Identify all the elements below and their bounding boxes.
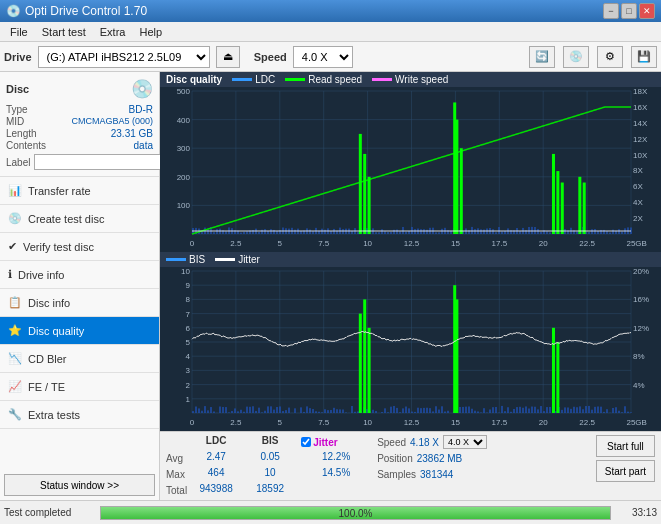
close-button[interactable]: ✕ — [639, 3, 655, 19]
start-part-button[interactable]: Start part — [596, 460, 655, 482]
disc-quality-icon: ⭐ — [8, 324, 22, 337]
speed-select-stats[interactable]: 4.0 X — [443, 435, 487, 449]
speed-label: Speed — [254, 51, 287, 63]
content-area: Disc quality LDC Read speed Write speed … — [160, 72, 661, 500]
disc-contents-row: Contents data — [6, 140, 153, 151]
position-value: 23862 MB — [417, 453, 463, 464]
jitter-max: 14.5% — [301, 467, 371, 481]
titlebar-title: 💿 Opti Drive Control 1.70 — [6, 4, 147, 18]
time-text: 33:13 — [617, 507, 657, 518]
drive-label: Drive — [4, 51, 32, 63]
sidebar-item-fe-te[interactable]: 📈 FE / TE — [0, 373, 159, 401]
label-key: Label — [6, 157, 30, 168]
disc-mid-row: MID CMCMAGBA5 (000) — [6, 116, 153, 127]
length-value: 23.31 GB — [111, 128, 153, 139]
label-input[interactable] — [34, 154, 167, 170]
jitter-checkbox[interactable] — [301, 437, 311, 447]
maximize-button[interactable]: □ — [621, 3, 637, 19]
start-full-button[interactable]: Start full — [596, 435, 655, 457]
speed-select[interactable]: 4.0 X 2.0 X 8.0 X — [293, 46, 353, 68]
extra-tests-label: Extra tests — [28, 409, 80, 421]
jitter-avg: 12.2% — [301, 451, 371, 465]
sidebar-item-extra-tests[interactable]: 🔧 Extra tests — [0, 401, 159, 429]
extra-tests-icon: 🔧 — [8, 408, 22, 421]
stats-table: H Avg Max Total LDC 2.47 464 943988 BIS … — [166, 435, 295, 497]
ldc-max: 464 — [191, 467, 241, 481]
samples-row: Samples 381344 — [377, 467, 487, 481]
status-window-button[interactable]: Status window >> — [4, 474, 155, 496]
verify-test-disc-icon: ✔ — [8, 240, 17, 253]
menu-file[interactable]: File — [4, 25, 34, 39]
ldc-total: 943988 — [191, 483, 241, 497]
status-text: Test completed — [4, 507, 94, 518]
max-label: Max — [166, 467, 187, 481]
jitter-col: Jitter 12.2% 14.5% — [301, 435, 371, 481]
bottom-chart-canvas — [160, 267, 661, 431]
mid-value: CMCMAGBA5 (000) — [71, 116, 153, 127]
bottom-chart-container — [160, 267, 661, 431]
cd-bler-label: CD Bler — [28, 353, 67, 365]
stats-bar: H Avg Max Total LDC 2.47 464 943988 BIS … — [160, 431, 661, 500]
sidebar-item-drive-info[interactable]: ℹ Drive info — [0, 261, 159, 289]
type-key: Type — [6, 104, 28, 115]
drive-info-label: Drive info — [18, 269, 64, 281]
transfer-rate-icon: 📊 — [8, 184, 22, 197]
sidebar-item-verify-test-disc[interactable]: ✔ Verify test disc — [0, 233, 159, 261]
menu-start-test[interactable]: Start test — [36, 25, 92, 39]
create-test-disc-label: Create test disc — [28, 213, 104, 225]
sidebar-item-disc-quality[interactable]: ⭐ Disc quality — [0, 317, 159, 345]
length-key: Length — [6, 128, 37, 139]
top-chart-container — [160, 87, 661, 252]
samples-key: Samples — [377, 469, 416, 480]
titlebar: 💿 Opti Drive Control 1.70 − □ ✕ — [0, 0, 661, 22]
sidebar-item-disc-info[interactable]: 📋 Disc info — [0, 289, 159, 317]
ldc-col-header: LDC — [191, 435, 241, 449]
app-icon: 💿 — [6, 4, 21, 18]
drive-info-icon: ℹ — [8, 268, 12, 281]
progress-bar: 100.0% — [100, 506, 611, 520]
ldc-col: LDC 2.47 464 943988 — [191, 435, 241, 497]
speed-info-col: Speed 4.18 X 4.0 X Position 23862 MB Sam… — [377, 435, 487, 481]
speed-value: 4.18 X — [410, 437, 439, 448]
position-key: Position — [377, 453, 413, 464]
drive-select[interactable]: (G:) ATAPI iHBS212 2.5L09 — [38, 46, 210, 68]
bis-col-header: BIS — [245, 435, 295, 449]
jitter-checkbox-row: Jitter — [301, 435, 371, 449]
menu-extra[interactable]: Extra — [94, 25, 132, 39]
menubar: File Start test Extra Help — [0, 22, 661, 42]
fe-te-icon: 📈 — [8, 380, 22, 393]
save-button[interactable]: 💾 — [631, 46, 657, 68]
action-buttons: Start full Start part — [596, 435, 655, 482]
disc-button[interactable]: 💿 — [563, 46, 589, 68]
drive-eject-button[interactable]: ⏏ — [216, 46, 240, 68]
settings-button[interactable]: ⚙ — [597, 46, 623, 68]
refresh-button[interactable]: 🔄 — [529, 46, 555, 68]
speed-row: Speed 4.18 X 4.0 X — [377, 435, 487, 449]
disc-length-row: Length 23.31 GB — [6, 128, 153, 139]
disc-title: Disc — [6, 83, 29, 95]
drivebar: Drive (G:) ATAPI iHBS212 2.5L09 ⏏ Speed … — [0, 42, 661, 72]
bis-avg: 0.05 — [245, 451, 295, 465]
disc-info-icon: 📋 — [8, 296, 22, 309]
create-test-disc-icon: 💿 — [8, 212, 22, 225]
sidebar-item-transfer-rate[interactable]: 📊 Transfer rate — [0, 177, 159, 205]
verify-test-disc-label: Verify test disc — [23, 241, 94, 253]
disc-panel: Disc 💿 Type BD-R MID CMCMAGBA5 (000) Len… — [0, 72, 159, 177]
statusbar: Test completed 100.0% 33:13 — [0, 500, 661, 524]
sidebar-item-create-test-disc[interactable]: 💿 Create test disc — [0, 205, 159, 233]
disc-quality-label: Disc quality — [28, 325, 84, 337]
total-label: Total — [166, 483, 187, 497]
read-speed-legend: Read speed — [285, 74, 362, 85]
disc-header: Disc 💿 — [6, 78, 153, 100]
bis-legend: BIS — [166, 254, 205, 265]
stats-row-labels: H Avg Max Total — [166, 435, 187, 497]
fe-te-label: FE / TE — [28, 381, 65, 393]
write-speed-legend: Write speed — [372, 74, 448, 85]
sidebar-item-cd-bler[interactable]: 📉 CD Bler — [0, 345, 159, 373]
jitter-legend: Jitter — [215, 254, 260, 265]
disc-quality-title-bar: Disc quality LDC Read speed Write speed — [160, 72, 661, 87]
speed-key: Speed — [377, 437, 406, 448]
menu-help[interactable]: Help — [133, 25, 168, 39]
contents-value: data — [134, 140, 153, 151]
minimize-button[interactable]: − — [603, 3, 619, 19]
